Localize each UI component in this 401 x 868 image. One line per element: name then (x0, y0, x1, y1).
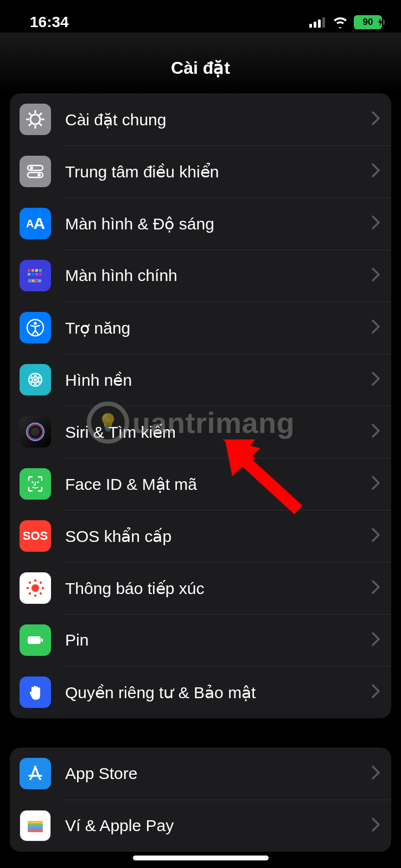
row-label: Hình nền (65, 371, 372, 390)
accessibility-icon (20, 312, 51, 343)
row-label: Siri & Tìm kiếm (65, 423, 372, 442)
svg-rect-29 (39, 280, 41, 282)
svg-point-41 (31, 481, 34, 483)
svg-rect-1 (314, 22, 316, 28)
control-center-icon (20, 156, 51, 187)
row-emergency-sos[interactable]: SOS SOS khẩn cấp (10, 510, 391, 562)
privacy-icon (20, 676, 51, 708)
row-label: Màn hình chính (65, 266, 372, 285)
svg-rect-27 (32, 280, 34, 282)
row-label: Màn hình & Độ sáng (65, 214, 372, 233)
row-accessibility[interactable]: Trợ năng (10, 302, 391, 354)
row-battery[interactable]: Pin (10, 614, 391, 666)
chevron-right-icon (372, 267, 380, 284)
chevron-right-icon (372, 765, 380, 782)
wifi-icon (332, 16, 348, 28)
row-faceid-passcode[interactable]: Face ID & Mật mã (10, 458, 391, 510)
row-label: App Store (65, 764, 372, 783)
svg-point-48 (29, 582, 31, 584)
row-control-center[interactable]: Trung tâm điều khiển (10, 145, 391, 197)
row-label: SOS khẩn cấp (65, 527, 372, 546)
svg-line-12 (29, 124, 31, 126)
svg-rect-23 (35, 273, 38, 276)
wallet-icon (20, 810, 51, 841)
cellular-signal-icon (309, 17, 327, 28)
svg-rect-0 (309, 24, 312, 28)
battery-indicator: 90 (354, 15, 385, 29)
svg-point-36 (34, 378, 37, 381)
svg-rect-2 (318, 20, 321, 28)
row-general[interactable]: Cài đặt chung (10, 93, 391, 145)
row-label: Trợ năng (65, 318, 372, 337)
gear-icon (20, 104, 51, 135)
svg-point-50 (29, 592, 31, 595)
settings-content: Cài đặt chung Trung tâm điều khiển AA Mà… (0, 93, 401, 852)
status-right: 90 (309, 15, 385, 29)
row-privacy-security[interactable]: Quyền riêng tư & Bảo mật (10, 666, 391, 718)
row-label: Ví & Apple Pay (65, 816, 372, 835)
row-label: Quyền riêng tư & Bảo mật (65, 683, 372, 702)
svg-point-31 (34, 322, 37, 325)
svg-point-45 (34, 595, 36, 597)
row-label: Pin (65, 631, 372, 649)
chevron-right-icon (372, 111, 380, 127)
svg-point-51 (40, 592, 42, 595)
svg-line-11 (40, 113, 42, 116)
status-time: 16:34 (30, 14, 69, 31)
row-exposure-notifications[interactable]: Thông báo tiếp xúc (10, 562, 391, 614)
svg-point-42 (37, 481, 39, 483)
row-wallpaper[interactable]: Hình nền (10, 354, 391, 406)
siri-icon (20, 416, 51, 448)
svg-point-14 (30, 167, 33, 170)
svg-point-4 (30, 114, 40, 124)
svg-rect-24 (39, 273, 42, 276)
svg-point-55 (39, 778, 41, 780)
appstore-icon (20, 758, 51, 789)
home-screen-icon (20, 260, 51, 291)
chevron-right-icon (372, 476, 380, 492)
battery-percent: 90 (363, 17, 373, 28)
chevron-right-icon (372, 320, 380, 336)
display-icon: AA (20, 208, 51, 239)
svg-rect-59 (28, 829, 43, 832)
chevron-right-icon (372, 528, 380, 544)
chevron-right-icon (372, 580, 380, 596)
row-wallet-applepay[interactable]: Ví & Apple Pay (10, 800, 391, 852)
sos-icon: SOS (20, 520, 51, 552)
svg-line-9 (29, 113, 31, 116)
svg-point-49 (40, 582, 42, 584)
chevron-right-icon (372, 632, 380, 648)
row-label: Cài đặt chung (65, 110, 372, 129)
svg-rect-19 (35, 269, 38, 272)
wallpaper-icon (20, 364, 51, 395)
chevron-right-icon (372, 424, 380, 440)
status-bar: 16:34 90 (0, 0, 401, 33)
row-siri-search[interactable]: Siri & Tìm kiếm (10, 406, 391, 458)
svg-point-54 (29, 778, 31, 780)
svg-point-44 (34, 579, 36, 582)
home-indicator[interactable] (133, 856, 269, 860)
svg-rect-22 (31, 273, 34, 276)
page-title: Cài đặt (0, 33, 401, 93)
svg-point-46 (27, 587, 29, 589)
row-display-brightness[interactable]: AA Màn hình & Độ sáng (10, 197, 391, 250)
svg-rect-28 (35, 280, 37, 282)
row-label: Thông báo tiếp xúc (65, 579, 372, 598)
battery-icon (20, 624, 51, 656)
settings-group-apps: App Store Ví & Apple Pay (10, 748, 391, 852)
chevron-right-icon (372, 684, 380, 700)
svg-rect-3 (322, 17, 325, 28)
exposure-icon (20, 572, 51, 604)
svg-point-16 (37, 174, 41, 177)
row-label: Trung tâm điều khiển (65, 162, 372, 181)
svg-rect-53 (41, 639, 43, 642)
svg-point-40 (31, 427, 40, 436)
row-app-store[interactable]: App Store (10, 748, 391, 800)
svg-rect-17 (28, 269, 30, 272)
chevron-right-icon (372, 372, 380, 388)
row-home-screen[interactable]: Màn hình chính (10, 250, 391, 302)
settings-group-main: Cài đặt chung Trung tâm điều khiển AA Mà… (10, 93, 391, 718)
chevron-right-icon (372, 163, 380, 180)
svg-line-10 (40, 124, 42, 126)
svg-rect-26 (29, 280, 31, 282)
